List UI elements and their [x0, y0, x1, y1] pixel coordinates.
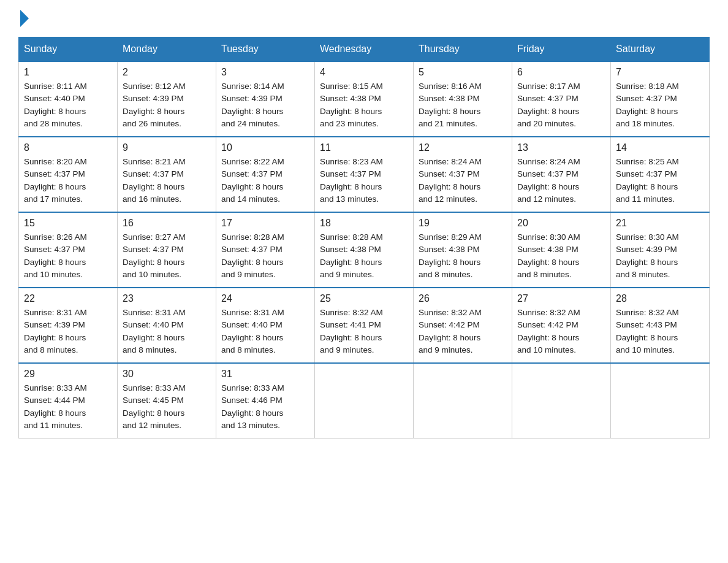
day-number: 2 — [123, 67, 211, 78]
calendar-day-header: Wednesday — [315, 37, 414, 62]
day-number: 24 — [221, 293, 309, 304]
day-number: 4 — [320, 67, 408, 78]
day-number: 17 — [221, 218, 309, 229]
logo-arrow-icon — [20, 10, 29, 27]
day-info: Sunrise: 8:32 AMSunset: 4:42 PMDaylight:… — [419, 307, 507, 356]
calendar-day-cell: 14 Sunrise: 8:25 AMSunset: 4:37 PMDaylig… — [611, 137, 710, 212]
day-info: Sunrise: 8:30 AMSunset: 4:38 PMDaylight:… — [517, 231, 605, 281]
day-number: 15 — [24, 218, 112, 229]
day-info: Sunrise: 8:32 AMSunset: 4:41 PMDaylight:… — [320, 307, 408, 356]
calendar-table: SundayMondayTuesdayWednesdayThursdayFrid… — [18, 37, 710, 439]
day-info: Sunrise: 8:22 AMSunset: 4:37 PMDaylight:… — [221, 156, 309, 205]
day-info: Sunrise: 8:18 AMSunset: 4:37 PMDaylight:… — [616, 80, 704, 130]
calendar-header: SundayMondayTuesdayWednesdayThursdayFrid… — [19, 37, 710, 62]
calendar-day-header: Tuesday — [216, 37, 315, 62]
calendar-day-cell: 5 Sunrise: 8:16 AMSunset: 4:38 PMDayligh… — [414, 61, 512, 137]
calendar-day-cell: 1 Sunrise: 8:11 AMSunset: 4:40 PMDayligh… — [19, 61, 118, 137]
day-info: Sunrise: 8:17 AMSunset: 4:37 PMDaylight:… — [517, 80, 605, 130]
logo — [18, 12, 29, 25]
day-number: 27 — [517, 293, 605, 304]
day-info: Sunrise: 8:31 AMSunset: 4:39 PMDaylight:… — [24, 307, 112, 356]
calendar-day-cell: 31 Sunrise: 8:33 AMSunset: 4:46 PMDaylig… — [216, 363, 315, 439]
day-number: 30 — [123, 369, 211, 380]
calendar-day-cell: 26 Sunrise: 8:32 AMSunset: 4:42 PMDaylig… — [414, 288, 512, 363]
calendar-day-cell: 6 Sunrise: 8:17 AMSunset: 4:37 PMDayligh… — [512, 61, 611, 137]
calendar-day-cell: 2 Sunrise: 8:12 AMSunset: 4:39 PMDayligh… — [118, 61, 216, 137]
day-number: 1 — [24, 67, 112, 78]
calendar-day-cell — [512, 363, 611, 439]
day-number: 3 — [221, 67, 309, 78]
calendar-day-cell: 4 Sunrise: 8:15 AMSunset: 4:38 PMDayligh… — [315, 61, 414, 137]
calendar-day-cell: 17 Sunrise: 8:28 AMSunset: 4:37 PMDaylig… — [216, 212, 315, 288]
day-number: 10 — [221, 142, 309, 153]
day-info: Sunrise: 8:32 AMSunset: 4:43 PMDaylight:… — [616, 307, 704, 356]
day-number: 28 — [616, 293, 704, 304]
calendar-day-header: Monday — [118, 37, 216, 62]
day-info: Sunrise: 8:15 AMSunset: 4:38 PMDaylight:… — [320, 80, 408, 130]
day-info: Sunrise: 8:31 AMSunset: 4:40 PMDaylight:… — [123, 307, 211, 356]
day-number: 22 — [24, 293, 112, 304]
day-number: 14 — [616, 142, 704, 153]
day-info: Sunrise: 8:26 AMSunset: 4:37 PMDaylight:… — [24, 231, 112, 281]
day-info: Sunrise: 8:29 AMSunset: 4:38 PMDaylight:… — [419, 231, 507, 281]
calendar-day-header: Sunday — [19, 37, 118, 62]
page-header — [18, 12, 710, 25]
day-number: 20 — [517, 218, 605, 229]
day-info: Sunrise: 8:28 AMSunset: 4:37 PMDaylight:… — [221, 231, 309, 281]
day-number: 13 — [517, 142, 605, 153]
day-info: Sunrise: 8:20 AMSunset: 4:37 PMDaylight:… — [24, 156, 112, 205]
day-info: Sunrise: 8:28 AMSunset: 4:38 PMDaylight:… — [320, 231, 408, 281]
calendar-day-cell: 10 Sunrise: 8:22 AMSunset: 4:37 PMDaylig… — [216, 137, 315, 212]
day-number: 12 — [419, 142, 507, 153]
day-info: Sunrise: 8:23 AMSunset: 4:37 PMDaylight:… — [320, 156, 408, 205]
calendar-day-header: Saturday — [611, 37, 710, 62]
calendar-day-cell: 16 Sunrise: 8:27 AMSunset: 4:37 PMDaylig… — [118, 212, 216, 288]
day-number: 8 — [24, 142, 112, 153]
day-number: 16 — [123, 218, 211, 229]
day-number: 18 — [320, 218, 408, 229]
day-number: 21 — [616, 218, 704, 229]
calendar-day-cell: 8 Sunrise: 8:20 AMSunset: 4:37 PMDayligh… — [19, 137, 118, 212]
day-number: 9 — [123, 142, 211, 153]
calendar-day-header: Friday — [512, 37, 611, 62]
calendar-day-cell: 24 Sunrise: 8:31 AMSunset: 4:40 PMDaylig… — [216, 288, 315, 363]
calendar-day-cell: 27 Sunrise: 8:32 AMSunset: 4:42 PMDaylig… — [512, 288, 611, 363]
day-number: 11 — [320, 142, 408, 153]
day-info: Sunrise: 8:11 AMSunset: 4:40 PMDaylight:… — [24, 80, 112, 130]
day-number: 19 — [419, 218, 507, 229]
calendar-day-cell: 29 Sunrise: 8:33 AMSunset: 4:44 PMDaylig… — [19, 363, 118, 439]
calendar-day-cell: 13 Sunrise: 8:24 AMSunset: 4:37 PMDaylig… — [512, 137, 611, 212]
day-number: 5 — [419, 67, 507, 78]
day-info: Sunrise: 8:33 AMSunset: 4:46 PMDaylight:… — [221, 382, 309, 432]
calendar-day-cell: 18 Sunrise: 8:28 AMSunset: 4:38 PMDaylig… — [315, 212, 414, 288]
day-info: Sunrise: 8:21 AMSunset: 4:37 PMDaylight:… — [123, 156, 211, 205]
day-info: Sunrise: 8:12 AMSunset: 4:39 PMDaylight:… — [123, 80, 211, 130]
calendar-day-cell: 23 Sunrise: 8:31 AMSunset: 4:40 PMDaylig… — [118, 288, 216, 363]
day-info: Sunrise: 8:24 AMSunset: 4:37 PMDaylight:… — [419, 156, 507, 205]
day-info: Sunrise: 8:32 AMSunset: 4:42 PMDaylight:… — [517, 307, 605, 356]
calendar-day-cell — [414, 363, 512, 439]
day-number: 29 — [24, 369, 112, 380]
calendar-body: 1 Sunrise: 8:11 AMSunset: 4:40 PMDayligh… — [19, 61, 710, 439]
calendar-day-cell: 3 Sunrise: 8:14 AMSunset: 4:39 PMDayligh… — [216, 61, 315, 137]
day-info: Sunrise: 8:30 AMSunset: 4:39 PMDaylight:… — [616, 231, 704, 281]
day-info: Sunrise: 8:16 AMSunset: 4:38 PMDaylight:… — [419, 80, 507, 130]
day-info: Sunrise: 8:33 AMSunset: 4:45 PMDaylight:… — [123, 382, 211, 432]
day-info: Sunrise: 8:25 AMSunset: 4:37 PMDaylight:… — [616, 156, 704, 205]
day-info: Sunrise: 8:27 AMSunset: 4:37 PMDaylight:… — [123, 231, 211, 281]
day-info: Sunrise: 8:14 AMSunset: 4:39 PMDaylight:… — [221, 80, 309, 130]
calendar-day-cell: 7 Sunrise: 8:18 AMSunset: 4:37 PMDayligh… — [611, 61, 710, 137]
calendar-day-cell: 9 Sunrise: 8:21 AMSunset: 4:37 PMDayligh… — [118, 137, 216, 212]
calendar-day-cell: 20 Sunrise: 8:30 AMSunset: 4:38 PMDaylig… — [512, 212, 611, 288]
calendar-day-cell: 22 Sunrise: 8:31 AMSunset: 4:39 PMDaylig… — [19, 288, 118, 363]
calendar-day-cell: 30 Sunrise: 8:33 AMSunset: 4:45 PMDaylig… — [118, 363, 216, 439]
calendar-day-cell: 28 Sunrise: 8:32 AMSunset: 4:43 PMDaylig… — [611, 288, 710, 363]
calendar-day-cell: 19 Sunrise: 8:29 AMSunset: 4:38 PMDaylig… — [414, 212, 512, 288]
day-number: 25 — [320, 293, 408, 304]
day-number: 31 — [221, 369, 309, 380]
calendar-week-row: 22 Sunrise: 8:31 AMSunset: 4:39 PMDaylig… — [19, 288, 710, 363]
calendar-day-cell: 11 Sunrise: 8:23 AMSunset: 4:37 PMDaylig… — [315, 137, 414, 212]
calendar-week-row: 15 Sunrise: 8:26 AMSunset: 4:37 PMDaylig… — [19, 212, 710, 288]
calendar-header-row: SundayMondayTuesdayWednesdayThursdayFrid… — [19, 37, 710, 62]
calendar-day-cell: 12 Sunrise: 8:24 AMSunset: 4:37 PMDaylig… — [414, 137, 512, 212]
